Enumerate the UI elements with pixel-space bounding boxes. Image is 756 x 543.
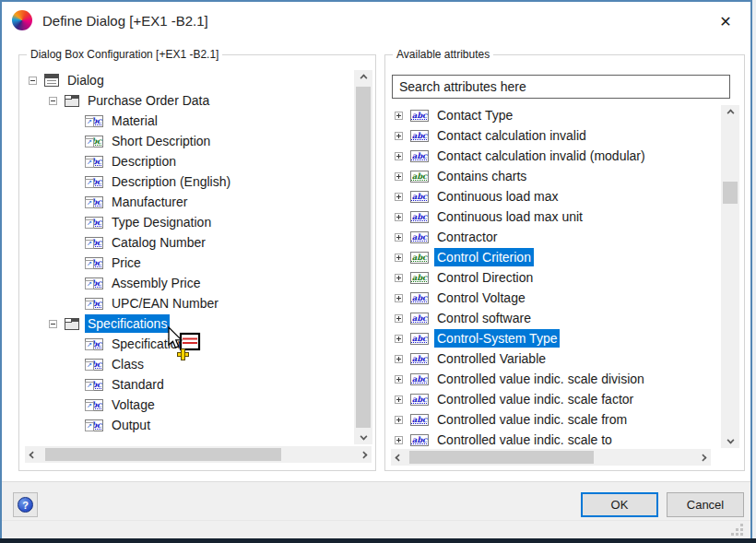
abc-attribute-arrow-icon: [85, 237, 103, 249]
scroll-right-button[interactable]: [356, 446, 372, 463]
attribute-list-item[interactable]: Controlled value indic. scale division: [393, 369, 717, 389]
attribute-list-item[interactable]: Controlled value indic. scale from: [393, 409, 717, 430]
tree-item[interactable]: Short Description: [27, 131, 351, 151]
abc-attribute-icon: [410, 434, 429, 446]
tree-item[interactable]: Assembly Price: [27, 273, 351, 293]
scroll-up-button[interactable]: [721, 105, 739, 121]
attribute-list-item[interactable]: Control software: [393, 308, 717, 328]
tree-item[interactable]: Manufacturer: [27, 192, 351, 212]
scroll-right-button[interactable]: [695, 449, 711, 466]
expander-icon[interactable]: [395, 436, 403, 444]
close-button[interactable]: ✕: [714, 9, 738, 33]
attribute-list-item[interactable]: Continuous load max unit: [393, 207, 717, 227]
expander-icon[interactable]: [395, 172, 403, 181]
attribute-list-item[interactable]: Controlled Variable: [393, 348, 717, 369]
attribute-list-item[interactable]: Contractor: [393, 227, 717, 247]
tree-vertical-scrollbar[interactable]: [354, 70, 372, 444]
tree-item[interactable]: Class: [27, 354, 351, 374]
attribute-list-item[interactable]: Controlled value indic. scale to: [393, 430, 717, 448]
tree-item[interactable]: Dialog: [27, 70, 351, 90]
tree-item-label: Contact calculation invalid: [434, 126, 589, 145]
attribute-list-item[interactable]: Contains charts: [393, 166, 717, 186]
abc-attribute-arrow-icon: [85, 277, 103, 289]
expander-icon[interactable]: [395, 355, 403, 363]
tree-item-label: Material: [109, 112, 160, 130]
attribute-list-item[interactable]: Contact calculation invalid (modular): [393, 146, 717, 166]
tree-item-label: Purchase Order Data: [85, 91, 212, 110]
expander-icon[interactable]: [395, 294, 403, 302]
expander-icon[interactable]: [395, 112, 403, 120]
expander-icon[interactable]: [395, 233, 403, 242]
tree-item[interactable]: Type Designation: [27, 212, 351, 232]
tree-item[interactable]: Specification: [27, 334, 351, 354]
expander-icon[interactable]: [29, 77, 37, 85]
attributes-horizontal-scrollbar[interactable]: [391, 449, 711, 466]
abc-attribute-arrow-icon: [85, 399, 103, 411]
scroll-left-button[interactable]: [25, 446, 41, 463]
search-attributes-input[interactable]: [392, 75, 730, 99]
abc-attribute-icon: [410, 171, 429, 183]
expander-icon[interactable]: [395, 254, 403, 262]
attribute-list-item[interactable]: Control Direction: [393, 267, 717, 288]
expander-icon[interactable]: [395, 375, 403, 384]
expander-icon[interactable]: [395, 335, 403, 343]
background-edge: [752, 0, 756, 538]
abc-attribute-icon: [410, 292, 429, 304]
define-dialog-window: Define Dialog [+EX1 -B2.1] ✕ Dialog Box …: [0, 0, 752, 538]
expander-icon[interactable]: [395, 314, 403, 323]
expander-icon[interactable]: [395, 132, 403, 140]
expander-icon[interactable]: [395, 213, 403, 221]
tree-item-label: Controlled value indic. scale factor: [434, 390, 636, 408]
cancel-button[interactable]: Cancel: [667, 492, 744, 517]
attribute-list-item[interactable]: Control Criterion: [393, 247, 717, 267]
scroll-down-button[interactable]: [354, 429, 372, 444]
help-button[interactable]: ?: [13, 492, 38, 517]
tree-item[interactable]: Material: [27, 111, 351, 131]
tree-item-label: Specifications: [85, 314, 170, 333]
chevron-right-icon: [360, 451, 368, 458]
expander-icon[interactable]: [395, 274, 403, 282]
attribute-list-item[interactable]: Controlled value indic. scale factor: [393, 389, 717, 409]
tree-item[interactable]: Specifications: [27, 313, 351, 334]
tree-item[interactable]: UPC/EAN Number: [27, 293, 351, 313]
dialog-window-icon: [44, 74, 59, 87]
expander-icon[interactable]: [49, 320, 57, 328]
ok-button[interactable]: OK: [581, 492, 658, 517]
expander-icon[interactable]: [395, 395, 403, 404]
expander-icon[interactable]: [49, 97, 57, 105]
expander-icon[interactable]: [395, 416, 403, 424]
tree-item[interactable]: Purchase Order Data: [27, 90, 351, 111]
scrollbar-thumb[interactable]: [723, 182, 738, 204]
attributes-vertical-scrollbar[interactable]: [721, 105, 739, 448]
tree-item[interactable]: Description (English): [27, 171, 351, 192]
scroll-left-button[interactable]: [391, 449, 407, 466]
resize-grip[interactable]: [730, 523, 743, 536]
scroll-down-button[interactable]: [721, 432, 739, 448]
scrollbar-thumb[interactable]: [356, 87, 371, 428]
tree-item[interactable]: Price: [27, 253, 351, 273]
tree-horizontal-scrollbar[interactable]: [25, 446, 372, 463]
attribute-list-item[interactable]: Continuous load max: [393, 186, 717, 207]
tree-item-label: Continuous load max: [434, 187, 561, 206]
attributes-list: Contact Type Contact calculation invalid…: [393, 105, 717, 448]
tree-item-label: Class: [109, 355, 147, 373]
expander-icon[interactable]: [395, 152, 403, 160]
scrollbar-thumb[interactable]: [409, 451, 594, 464]
tree-item[interactable]: Description: [27, 151, 351, 171]
attribute-list-item[interactable]: Contact calculation invalid: [393, 125, 717, 146]
scrollbar-thumb[interactable]: [45, 448, 281, 461]
close-icon: ✕: [719, 13, 731, 30]
tree-item[interactable]: Standard: [27, 374, 351, 395]
tree-item[interactable]: Catalog Number: [27, 232, 351, 253]
tree-item[interactable]: Output: [27, 415, 351, 435]
chevron-down-icon: [360, 433, 367, 441]
attribute-list-item[interactable]: Control Voltage: [393, 288, 717, 308]
attribute-list-item[interactable]: Control-System Type: [393, 328, 717, 348]
tree-item-label: Specification: [109, 335, 187, 353]
scroll-up-button[interactable]: [354, 70, 372, 86]
abc-attribute-arrow-icon: [85, 176, 103, 188]
tree-item[interactable]: Voltage: [27, 395, 351, 415]
attribute-list-item[interactable]: Contact Type: [393, 105, 717, 125]
expander-icon[interactable]: [395, 193, 403, 201]
chevron-left-icon: [30, 451, 37, 458]
